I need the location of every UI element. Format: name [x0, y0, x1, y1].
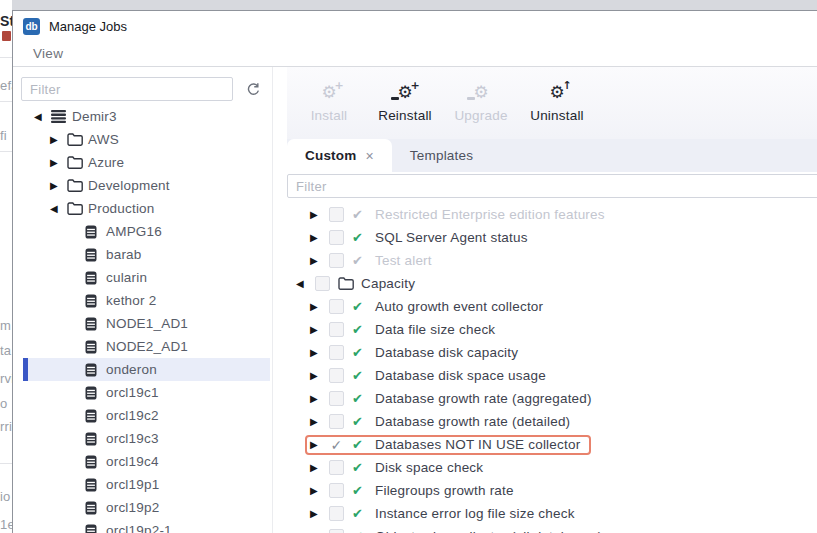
expand-icon[interactable]: ▶: [310, 232, 326, 243]
job-checkbox[interactable]: [329, 230, 344, 245]
job-label: Objects size collector (all databases): [375, 529, 602, 533]
collapse-icon[interactable]: ◀: [296, 278, 312, 289]
job-row-auto-growth-event-collector[interactable]: ▶✔Auto growth event collector: [287, 295, 817, 318]
server-tree-item-orcl19p2-1[interactable]: orcl19p2-1: [23, 519, 270, 533]
job-checkbox[interactable]: [329, 391, 344, 406]
server-filter-input[interactable]: [21, 77, 233, 101]
job-checkbox[interactable]: [329, 529, 344, 533]
job-row-disk-space-check[interactable]: ▶✔Disk space check: [287, 456, 817, 479]
job-checkbox[interactable]: [329, 483, 344, 498]
job-checkbox[interactable]: [329, 460, 344, 475]
database-icon: [85, 363, 106, 377]
job-row-filegroups-growth-rate[interactable]: ▶✔Filegroups growth rate: [287, 479, 817, 502]
job-checkbox[interactable]: [329, 368, 344, 383]
server-tree-item-orcl19p2[interactable]: orcl19p2: [23, 496, 270, 519]
expand-icon[interactable]: ▶: [310, 324, 326, 335]
job-row-database-disk-capacity[interactable]: ▶✔Database disk capacity: [287, 341, 817, 364]
app-icon: db: [23, 18, 40, 35]
server-tree-item-orcl19p1[interactable]: orcl19p1: [23, 473, 270, 496]
server-tree-label: NODE1_AD1: [106, 316, 188, 331]
expand-icon[interactable]: ▶: [310, 255, 326, 266]
server-tree-item-aws[interactable]: ▶AWS: [23, 128, 270, 151]
tab-custom[interactable]: Custom×: [287, 139, 392, 172]
expand-icon[interactable]: ▶: [310, 347, 326, 358]
expand-icon[interactable]: ▶: [310, 370, 326, 381]
job-label: Capacity: [361, 276, 415, 291]
database-icon: [85, 340, 106, 354]
expand-icon[interactable]: ▶: [310, 301, 326, 312]
server-tree-item-orcl19c3[interactable]: orcl19c3: [23, 427, 270, 450]
database-icon: [85, 248, 106, 262]
server-tree-item-cularin[interactable]: cularin: [23, 266, 270, 289]
collapse-icon[interactable]: ◀: [50, 203, 67, 214]
job-row-test-alert[interactable]: ▶✔Test alert: [287, 249, 817, 272]
server-tree-item-onderon[interactable]: onderon: [23, 358, 270, 381]
server-tree-item-node2-ad1[interactable]: NODE2_AD1: [23, 335, 270, 358]
collapse-icon[interactable]: ◀: [34, 111, 51, 122]
server-filter-row: [21, 77, 272, 101]
toolbar-button-label: Uninstall: [530, 108, 584, 123]
uninstall-button[interactable]: ⚙↑Uninstall: [519, 74, 595, 132]
job-checkbox[interactable]: ✓: [329, 437, 344, 452]
database-icon: [85, 294, 106, 308]
expand-icon[interactable]: ▶: [310, 416, 326, 427]
server-tree-item-barab[interactable]: barab: [23, 243, 270, 266]
expand-icon[interactable]: ▶: [310, 462, 326, 473]
job-row-database-growth-rate-aggregated-[interactable]: ▶✔Database growth rate (aggregated): [287, 387, 817, 410]
gear-bar-icon: ⚙: [473, 83, 488, 101]
server-tree-item-orcl19c1[interactable]: orcl19c1: [23, 381, 270, 404]
job-row-data-file-size-check[interactable]: ▶✔Data file size check: [287, 318, 817, 341]
expand-icon[interactable]: ▶: [50, 134, 67, 145]
status-check-icon: ✔: [352, 437, 369, 452]
jobs-filter-input[interactable]: [287, 174, 817, 198]
expand-icon[interactable]: ▶: [310, 393, 326, 404]
server-tree-item-production[interactable]: ◀Production: [23, 197, 270, 220]
manage-jobs-dialog: db Manage Jobs View ◀Demir3▶AWS▶Azure▶De…: [12, 10, 817, 533]
expand-icon[interactable]: ▶: [50, 180, 67, 191]
job-row-instance-error-log-file-size-check[interactable]: ▶✔Instance error log file size check: [287, 502, 817, 525]
status-check-icon: ✔: [352, 529, 369, 533]
expand-icon[interactable]: ▶: [310, 485, 326, 496]
server-tree-item-development[interactable]: ▶Development: [23, 174, 270, 197]
job-checkbox[interactable]: [329, 207, 344, 222]
job-row-restricted-enterprise-edition-features[interactable]: ▶✔Restricted Enterprise edition features: [287, 203, 817, 226]
job-checkbox[interactable]: [315, 276, 330, 291]
job-label: Database disk capacity: [375, 345, 518, 360]
menu-view[interactable]: View: [33, 46, 63, 61]
expand-icon[interactable]: ▶: [50, 157, 67, 168]
toolbar-button-label: Reinstall: [378, 108, 432, 123]
tab-templates[interactable]: Templates: [392, 139, 491, 172]
status-check-icon: ✔: [352, 506, 369, 521]
job-checkbox[interactable]: [329, 299, 344, 314]
job-checkbox[interactable]: [329, 414, 344, 429]
server-tree-item-orcl19c2[interactable]: orcl19c2: [23, 404, 270, 427]
job-row-database-disk-space-usage[interactable]: ▶✔Database disk space usage: [287, 364, 817, 387]
job-checkbox[interactable]: [329, 322, 344, 337]
folder-icon: [67, 156, 88, 169]
job-row-database-growth-rate-detailed-[interactable]: ▶✔Database growth rate (detailed): [287, 410, 817, 433]
job-row-objects-size-collector-all-databases-[interactable]: ▶✔Objects size collector (all databases): [287, 525, 817, 533]
job-row-databases-not-in-use-collector[interactable]: ▶✓✔Databases NOT IN USE collector: [287, 433, 817, 456]
server-tree-item-orcl19c4[interactable]: orcl19c4: [23, 450, 270, 473]
job-checkbox[interactable]: [329, 345, 344, 360]
server-tree-item-demir3[interactable]: ◀Demir3: [23, 105, 270, 128]
job-row-capacity[interactable]: ◀Capacity: [287, 272, 817, 295]
job-checkbox[interactable]: [329, 253, 344, 268]
expand-icon[interactable]: ▶: [310, 209, 326, 220]
job-row-sql-server-agent-status[interactable]: ▶✔SQL Server Agent status: [287, 226, 817, 249]
server-tree-item-kethor-2[interactable]: kethor 2: [23, 289, 270, 312]
expand-icon[interactable]: ▶: [310, 439, 326, 450]
server-tree-item-ampg16[interactable]: AMPG16: [23, 220, 270, 243]
refresh-icon[interactable]: [244, 80, 262, 98]
expand-icon[interactable]: ▶: [310, 508, 326, 519]
folder-icon: [338, 277, 355, 290]
reinstall-button[interactable]: ⚙+Reinstall: [367, 74, 443, 132]
database-icon: [85, 432, 106, 446]
job-label: Restricted Enterprise edition features: [375, 207, 605, 222]
server-tree-item-azure[interactable]: ▶Azure: [23, 151, 270, 174]
job-checkbox[interactable]: [329, 506, 344, 521]
menu-bar: View: [13, 41, 817, 67]
server-tree-item-node1-ad1[interactable]: NODE1_AD1: [23, 312, 270, 335]
close-tab-icon[interactable]: ×: [365, 148, 373, 164]
server-tree-label: Development: [88, 178, 170, 193]
